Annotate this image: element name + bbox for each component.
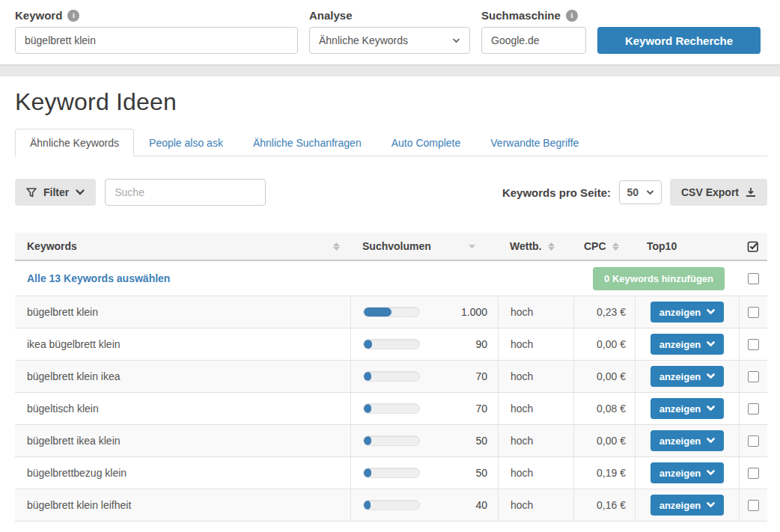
- volume-bar-track: [363, 468, 420, 478]
- analyse-selected-value: Ähnliche Keywords: [319, 34, 408, 46]
- cpc-cell: 0,23 €: [573, 296, 635, 328]
- wettb-cell: hoch: [498, 457, 573, 489]
- anzeigen-button[interactable]: anzeigen: [650, 495, 725, 516]
- select-all-checkbox[interactable]: [748, 273, 759, 284]
- header-select-all[interactable]: [739, 233, 767, 260]
- wettb-value: hoch: [511, 338, 533, 350]
- wettb-cell: hoch: [498, 296, 573, 328]
- header-suchvolumen[interactable]: Suchvolumen: [350, 233, 498, 260]
- volume-bar-track: [363, 435, 420, 446]
- keyword-field-group: Keyword i: [15, 9, 298, 54]
- header-divider-band: [0, 65, 780, 76]
- anzeigen-button[interactable]: anzeigen: [650, 462, 725, 483]
- wettb-cell: hoch: [498, 489, 573, 521]
- keyword-input[interactable]: [15, 27, 298, 54]
- anzeigen-button[interactable]: anzeigen: [650, 430, 725, 451]
- info-icon[interactable]: i: [566, 10, 578, 22]
- tab[interactable]: Verwandte Begriffe: [475, 129, 594, 156]
- row-checkbox[interactable]: [748, 468, 759, 479]
- suchmaschine-label-text: Suchmaschine: [481, 9, 561, 22]
- analyse-select[interactable]: Ähnliche Keywords: [309, 27, 470, 54]
- header-top10: Top10: [635, 233, 739, 260]
- row-checkbox[interactable]: [748, 339, 759, 350]
- tab[interactable]: Ähnliche Suchanfragen: [238, 129, 377, 156]
- table-search-input[interactable]: [105, 179, 266, 206]
- keyword-text: bügelbrett klein: [27, 306, 98, 318]
- table-body: bügelbrett klein 1.000 hoch 0,23 € anzei…: [15, 296, 767, 522]
- chevron-down-icon: [646, 190, 654, 195]
- anzeigen-label: anzeigen: [659, 339, 701, 350]
- suchmaschine-field-group: Suchmaschine i: [481, 9, 586, 54]
- header-cpc[interactable]: CPC: [573, 233, 635, 260]
- volume-bar-fill: [364, 501, 371, 510]
- keyword-recherche-button[interactable]: Keyword Recherche: [597, 27, 761, 54]
- suchvolumen-cell: 40: [350, 489, 498, 521]
- volume-bar-fill: [364, 372, 371, 381]
- cpc-value: 0,23 €: [597, 306, 626, 318]
- top10-cell: anzeigen: [635, 328, 739, 360]
- header-keywords[interactable]: Keywords: [15, 233, 350, 260]
- chevron-down-icon: [707, 373, 715, 379]
- row-checkbox[interactable]: [748, 403, 759, 415]
- table-row: bügelbrett klein ikea 70 hoch 0,00 € anz…: [15, 361, 767, 393]
- header-top10-label: Top10: [647, 240, 677, 252]
- volume-bar-track: [363, 371, 420, 382]
- volume-bar-fill: [364, 308, 391, 317]
- per-page-select[interactable]: 50: [619, 180, 662, 204]
- add-keywords-button[interactable]: 0 Keywords hinzufügen: [593, 267, 725, 290]
- csv-export-button[interactable]: CSV Export: [670, 179, 767, 206]
- wettb-value: hoch: [511, 306, 533, 318]
- keyword-cell: bügelbrett ikea klein: [15, 425, 350, 456]
- anzeigen-button[interactable]: anzeigen: [650, 398, 725, 419]
- tab-label: Verwandte Begriffe: [490, 137, 579, 149]
- keyword-text: bügelbrett klein ikea: [27, 370, 121, 382]
- keyword-cell: bügelbrett klein: [15, 296, 350, 328]
- info-icon[interactable]: i: [67, 10, 79, 22]
- table-row: bügelbrett ikea klein 50 hoch 0,00 € anz…: [15, 425, 767, 457]
- keyword-cell: ikea bügelbrett klein: [15, 328, 350, 360]
- row-checkbox[interactable]: [748, 500, 759, 511]
- select-all-keywords-link[interactable]: Alle 13 Keywords auswählen: [15, 272, 170, 284]
- volume-bar-track: [363, 339, 420, 349]
- wettb-cell: hoch: [498, 425, 573, 456]
- row-checkbox[interactable]: [748, 435, 759, 447]
- tab-bar: Ähnliche KeywordsPeople also askÄhnliche…: [15, 129, 767, 156]
- wettb-value: hoch: [511, 499, 533, 511]
- top10-cell: anzeigen: [635, 393, 739, 424]
- header-wettb-label: Wettb.: [510, 240, 542, 252]
- checkbox-cell: [739, 393, 767, 424]
- suchmaschine-label: Suchmaschine i: [481, 9, 586, 22]
- anzeigen-label: anzeigen: [659, 403, 701, 415]
- anzeigen-button[interactable]: anzeigen: [650, 302, 725, 322]
- main-content: Keyword Ideen Ähnliche KeywordsPeople al…: [0, 76, 780, 522]
- row-checkbox[interactable]: [748, 307, 759, 318]
- cpc-value: 0,00 €: [597, 338, 626, 350]
- tab-label: Auto Complete: [391, 137, 461, 149]
- suchvolumen-cell: 90: [350, 328, 498, 360]
- anzeigen-button[interactable]: anzeigen: [650, 366, 725, 387]
- tab[interactable]: People also ask: [134, 129, 238, 156]
- analyse-field-group: Analyse Ähnliche Keywords: [309, 9, 470, 54]
- sort-desc-icon: [469, 245, 475, 248]
- tab[interactable]: Ähnliche Keywords: [15, 129, 134, 156]
- anzeigen-button[interactable]: anzeigen: [650, 334, 725, 355]
- chevron-down-icon: [707, 341, 715, 347]
- tab[interactable]: Auto Complete: [377, 129, 476, 156]
- row-checkbox[interactable]: [748, 371, 759, 382]
- filter-button[interactable]: Filter: [15, 179, 96, 206]
- suchvolumen-cell: 1.000: [350, 296, 498, 328]
- wettb-cell: hoch: [498, 393, 573, 424]
- keyword-cell: bügelbrett klein leifheit: [15, 489, 350, 521]
- suchmaschine-input[interactable]: [481, 27, 586, 54]
- checked-checkbox-icon: [747, 240, 760, 253]
- cpc-value: 0,00 €: [597, 435, 626, 447]
- top10-cell: anzeigen: [635, 361, 739, 392]
- wettb-value: hoch: [511, 403, 533, 415]
- anzeigen-label: anzeigen: [659, 307, 701, 318]
- keyword-text: bügelbrett klein leifheit: [27, 499, 131, 511]
- volume-bar-track: [363, 403, 420, 414]
- cpc-value: 0,16 €: [597, 499, 626, 511]
- volume-bar-fill: [364, 404, 371, 413]
- analyse-label: Analyse: [309, 9, 470, 22]
- header-wettb[interactable]: Wettb.: [498, 233, 573, 260]
